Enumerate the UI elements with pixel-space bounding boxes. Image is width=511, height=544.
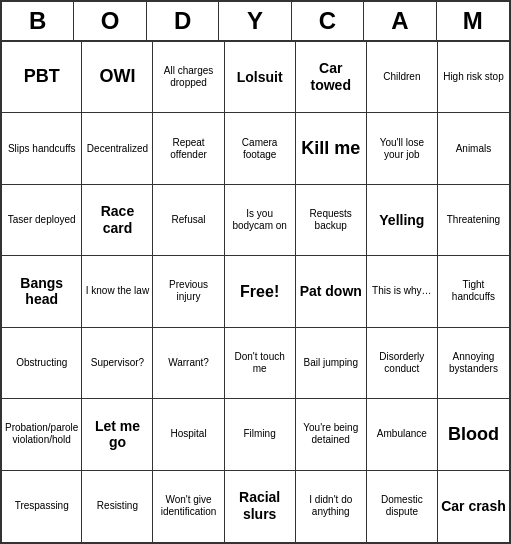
bingo-cell[interactable]: Children <box>367 42 438 113</box>
header-letter: A <box>364 2 436 40</box>
bingo-cell[interactable]: Refusal <box>153 185 224 256</box>
header-row: BODYCAM <box>2 2 509 42</box>
bingo-cell[interactable]: Don't touch me <box>225 328 296 399</box>
bingo-cell[interactable]: Let me go <box>82 399 153 470</box>
bingo-cell[interactable]: Bangs head <box>2 256 82 327</box>
bingo-cell[interactable]: Filming <box>225 399 296 470</box>
bingo-cell[interactable]: Is you bodycam on <box>225 185 296 256</box>
bingo-cell[interactable]: Obstructing <box>2 328 82 399</box>
bingo-cell[interactable]: Domestic dispute <box>367 471 438 542</box>
bingo-cell[interactable]: Warrant? <box>153 328 224 399</box>
bingo-cell[interactable]: Kill me <box>296 113 367 184</box>
bingo-cell[interactable]: Camera footage <box>225 113 296 184</box>
bingo-cell[interactable]: Supervisor? <box>82 328 153 399</box>
bingo-cell[interactable]: You're being detained <box>296 399 367 470</box>
bingo-cell[interactable]: Blood <box>438 399 509 470</box>
bingo-cell[interactable]: Trespassing <box>2 471 82 542</box>
bingo-cell[interactable]: Decentralized <box>82 113 153 184</box>
bingo-cell[interactable]: Racial slurs <box>225 471 296 542</box>
bingo-cell[interactable]: High risk stop <box>438 42 509 113</box>
bingo-cell[interactable]: Previous injury <box>153 256 224 327</box>
header-letter: O <box>74 2 146 40</box>
bingo-cell[interactable]: Annoying bystanders <box>438 328 509 399</box>
bingo-cell[interactable]: Car crash <box>438 471 509 542</box>
bingo-cell[interactable]: Hospital <box>153 399 224 470</box>
bingo-cell[interactable]: Lolsuit <box>225 42 296 113</box>
bingo-cell[interactable]: Probation/parole violation/hold <box>2 399 82 470</box>
bingo-cell[interactable]: Animals <box>438 113 509 184</box>
bingo-cell[interactable]: PBT <box>2 42 82 113</box>
bingo-grid: PBTOWIAll charges droppedLolsuitCar towe… <box>2 42 509 542</box>
bingo-cell[interactable]: Car towed <box>296 42 367 113</box>
bingo-cell[interactable]: OWI <box>82 42 153 113</box>
bingo-cell[interactable]: All charges dropped <box>153 42 224 113</box>
bingo-cell[interactable]: Won't give identification <box>153 471 224 542</box>
header-letter: D <box>147 2 219 40</box>
bingo-cell[interactable]: Requests backup <box>296 185 367 256</box>
bingo-cell[interactable]: I didn't do anything <box>296 471 367 542</box>
bingo-card: BODYCAM PBTOWIAll charges droppedLolsuit… <box>0 0 511 544</box>
header-letter: M <box>437 2 509 40</box>
bingo-cell[interactable]: Slips handcuffs <box>2 113 82 184</box>
bingo-cell[interactable]: This is why… <box>367 256 438 327</box>
bingo-cell[interactable]: Bail jumping <box>296 328 367 399</box>
bingo-cell[interactable]: Free! <box>225 256 296 327</box>
bingo-cell[interactable]: Tight handcuffs <box>438 256 509 327</box>
bingo-cell[interactable]: I know the law <box>82 256 153 327</box>
header-letter: B <box>2 2 74 40</box>
bingo-cell[interactable]: Pat down <box>296 256 367 327</box>
header-letter: C <box>292 2 364 40</box>
bingo-cell[interactable]: Threatening <box>438 185 509 256</box>
bingo-cell[interactable]: Taser deployed <box>2 185 82 256</box>
bingo-cell[interactable]: Race card <box>82 185 153 256</box>
bingo-cell[interactable]: Disorderly conduct <box>367 328 438 399</box>
bingo-cell[interactable]: You'll lose your job <box>367 113 438 184</box>
bingo-cell[interactable]: Resisting <box>82 471 153 542</box>
bingo-cell[interactable]: Yelling <box>367 185 438 256</box>
bingo-cell[interactable]: Repeat offender <box>153 113 224 184</box>
header-letter: Y <box>219 2 291 40</box>
bingo-cell[interactable]: Ambulance <box>367 399 438 470</box>
